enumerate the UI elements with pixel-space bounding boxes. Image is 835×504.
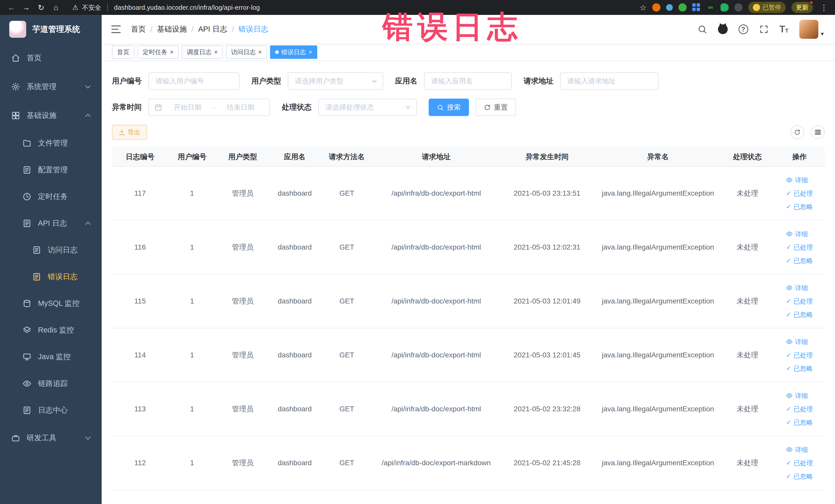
columns-icon — [814, 129, 821, 136]
detail-link[interactable]: 详细 — [786, 283, 808, 293]
exception-time-range-picker[interactable]: 开始日期 - 结束日期 — [148, 99, 270, 116]
font-size-icon[interactable]: TT — [779, 25, 789, 34]
mark-ignored-link[interactable]: ✓ 已忽略 — [786, 310, 813, 319]
reset-button[interactable]: 重置 — [476, 99, 516, 116]
field-process-status: 处理状态 请选择处理状态 — [282, 99, 417, 116]
sidebar-item-system-management[interactable]: 系统管理 — [0, 73, 102, 101]
github-icon[interactable] — [718, 24, 728, 34]
col-user-id: 用户编号 — [168, 147, 216, 166]
close-icon[interactable]: × — [308, 49, 312, 55]
close-icon[interactable]: × — [214, 49, 218, 55]
mark-processed-link[interactable]: ✓ 已处理 — [786, 297, 813, 306]
address-divider — [107, 4, 108, 11]
folder-icon — [23, 139, 31, 148]
mark-processed-link[interactable]: ✓ 已处理 — [786, 189, 813, 198]
tab-access-log[interactable]: 访问日志 × — [226, 45, 267, 59]
mark-ignored-link[interactable]: ✓ 已忽略 — [786, 472, 813, 481]
mark-ignored-link[interactable]: ✓ 已忽略 — [786, 256, 813, 265]
search-icon[interactable] — [697, 24, 707, 34]
sidebar-item-file-management[interactable]: 文件管理 — [0, 130, 102, 157]
mark-processed-link[interactable]: ✓ 已处理 — [786, 404, 813, 414]
reload-icon[interactable]: ↻ — [36, 2, 47, 13]
process-status-select[interactable]: 请选择处理状态 — [318, 99, 417, 116]
close-icon[interactable]: × — [258, 49, 262, 55]
tab-scheduled-tasks[interactable]: 定时任务 × — [138, 45, 179, 59]
cell-exception-name: java.lang.IllegalArgumentException — [595, 166, 721, 220]
address-bar[interactable]: ⚠ 不安全 dashboard.yudao.iocoder.cn/infra/l… — [73, 3, 260, 12]
breadcrumb-api-log[interactable]: API 日志 — [198, 24, 227, 35]
sidebar-item-home[interactable]: 首页 — [0, 44, 102, 73]
forward-icon[interactable]: → — [21, 2, 32, 13]
sidebar-item-config-management[interactable]: 配置管理 — [0, 157, 102, 183]
detail-link[interactable]: 详细 — [786, 391, 808, 400]
browser-nav: ← → ↻ ⌂ — [6, 2, 62, 13]
field-exception-time: 异常时间 开始日期 - 结束日期 — [112, 99, 270, 116]
sidebar-item-scheduled-tasks[interactable]: 定时任务 — [0, 183, 102, 210]
breadcrumb-infrastructure[interactable]: 基础设施 — [157, 24, 187, 35]
tab-schedule-log[interactable]: 调度日志 × — [182, 45, 223, 59]
cell-user-type: 管理员 — [216, 166, 269, 220]
bookmark-star-icon[interactable]: ☆ — [640, 3, 647, 12]
sidebar-item-access-log[interactable]: 访问日志 — [0, 237, 102, 263]
sidebar-item-trace[interactable]: 链路追踪 — [0, 370, 102, 397]
tab-error-log[interactable]: 错误日志 × — [270, 45, 317, 59]
cell-status: 未处理 — [721, 220, 774, 274]
request-url-input[interactable] — [560, 73, 659, 90]
extension-on-icon[interactable]: on — [706, 3, 715, 12]
url-text[interactable]: dashboard.yudao.iocoder.cn/infra/log/api… — [114, 4, 260, 11]
not-secure-label: 不安全 — [82, 3, 101, 12]
breadcrumb-home[interactable]: 首页 — [131, 24, 146, 35]
detail-link[interactable]: 详细 — [786, 229, 808, 239]
user-type-select[interactable]: 请选择用户类型 — [288, 73, 383, 90]
extension-icon[interactable] — [666, 4, 673, 11]
refresh-table-button[interactable] — [790, 125, 804, 139]
sidebar-item-java-monitor[interactable]: Java 监控 — [0, 344, 102, 370]
search-button[interactable]: 搜索 — [429, 99, 469, 116]
mark-processed-link[interactable]: ✓ 已处理 — [786, 350, 813, 360]
mark-ignored-link[interactable]: ✓ 已忽略 — [786, 202, 813, 211]
column-settings-button[interactable] — [811, 125, 825, 139]
detail-link[interactable]: 详细 — [786, 175, 808, 185]
fullscreen-icon[interactable] — [759, 24, 769, 34]
avatar[interactable] — [799, 20, 818, 39]
detail-link[interactable]: 详细 — [786, 445, 808, 454]
user-id-input[interactable] — [148, 73, 240, 90]
mark-processed-link[interactable]: ✓ 已处理 — [786, 243, 813, 252]
mark-ignored-link[interactable]: ✓ 已忽略 — [786, 418, 813, 427]
app-name-input[interactable] — [424, 73, 512, 90]
extension-icon[interactable] — [678, 3, 687, 12]
col-method: 请求方法名 — [320, 147, 373, 166]
sidebar-item-infrastructure[interactable]: 基础设施 — [0, 101, 102, 130]
detail-link[interactable]: 详细 — [786, 337, 808, 346]
col-exception-name: 异常名 — [595, 147, 721, 166]
extension-grid-icon[interactable] — [692, 3, 700, 12]
export-button[interactable]: 导出 — [112, 125, 147, 140]
cell-request-url: /api/infra/db-doc/export-html — [373, 274, 499, 328]
app-window: 芋道管理系统 首页 系统管理 基础设施 文件管理 — [0, 15, 835, 504]
sidebar-item-api-log[interactable]: API 日志 — [0, 210, 102, 237]
mark-ignored-link[interactable]: ✓ 已忽略 — [786, 364, 813, 373]
home-button-icon[interactable]: ⌂ — [50, 2, 62, 13]
sidebar-item-log-center[interactable]: 日志中心 — [0, 397, 102, 424]
cell-exception-time: 2021-05-03 12:01:49 — [499, 274, 595, 328]
sidebar-item-error-log[interactable]: 错误日志 — [0, 263, 102, 290]
sidebar-item-mysql-monitor[interactable]: MySQL 监控 — [0, 290, 102, 317]
close-icon[interactable]: × — [170, 49, 174, 55]
breadcrumb-current: 错误日志 — [239, 24, 268, 35]
paused-badge[interactable]: 已暂停 — [748, 2, 786, 13]
browser-menu-icon[interactable]: ⋮ — [819, 3, 829, 12]
sidebar-item-redis-monitor[interactable]: Redis 监控 — [0, 317, 102, 344]
user-menu[interactable]: ▾ — [799, 20, 824, 39]
check-icon: ✓ — [786, 406, 791, 412]
extension-leaf-icon[interactable] — [720, 3, 729, 12]
tab-home[interactable]: 首页 — [112, 45, 135, 59]
extension-pin-icon[interactable] — [734, 3, 742, 12]
mark-processed-link[interactable]: ✓ 已处理 — [786, 458, 813, 467]
sidebar-item-dev-tools[interactable]: 研发工具 — [0, 424, 102, 452]
help-icon[interactable]: ? — [738, 24, 748, 34]
update-button[interactable]: 更新 — [791, 2, 813, 13]
hamburger-icon[interactable] — [110, 24, 122, 35]
extension-icon[interactable] — [652, 3, 660, 12]
home-icon — [11, 54, 20, 62]
back-icon[interactable]: ← — [6, 2, 17, 13]
